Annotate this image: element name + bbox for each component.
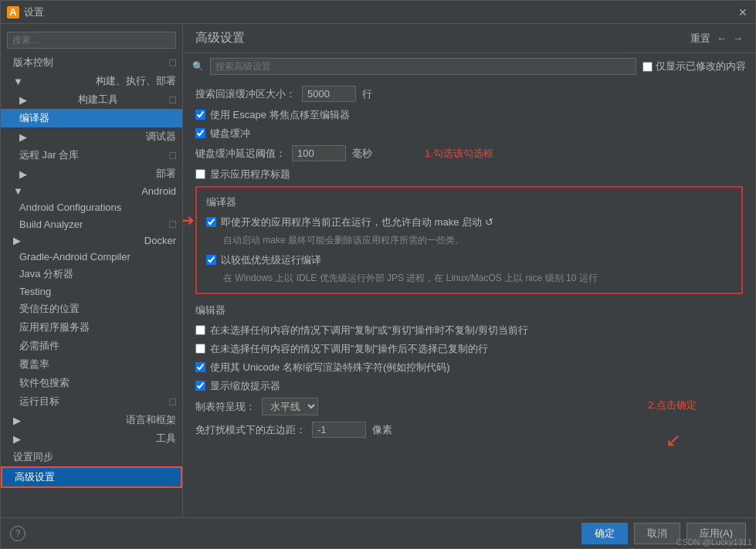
cancel-button[interactable]: 取消 bbox=[634, 523, 680, 544]
escape-label: 使用 Escape 将焦点移至编辑器 bbox=[210, 108, 350, 122]
sidebar-item-trusted-location[interactable]: 受信任的位置 bbox=[1, 300, 182, 318]
sidebar-item-advanced[interactable]: 高级设置 bbox=[1, 466, 182, 488]
key-buffer-checkbox[interactable] bbox=[195, 128, 205, 138]
sidebar-item-package-search[interactable]: 软件包搜索 bbox=[1, 374, 182, 392]
reset-button[interactable]: 重置 bbox=[690, 32, 710, 46]
external-icon3: □ bbox=[170, 149, 176, 161]
sidebar-item-tools[interactable]: ▶ 工具 bbox=[1, 429, 182, 448]
dialog-title: 设置 bbox=[24, 5, 44, 19]
app-icon: A bbox=[7, 6, 19, 19]
left-margin-unit: 像素 bbox=[372, 423, 392, 437]
left-margin-label: 免打扰模式下的左边距： bbox=[195, 423, 306, 437]
auto-make-checkbox[interactable] bbox=[206, 217, 216, 227]
key-buffer-delay-input[interactable] bbox=[292, 145, 346, 161]
footer-help: ? bbox=[10, 526, 25, 541]
content-area: 版本控制 □ ▼ 构建、执行、部署 ▶ 构建工具 □ 编译器 ▶ 调试器 远程 … bbox=[1, 24, 755, 517]
no-copy-checkbox[interactable] bbox=[195, 325, 205, 335]
sidebar-item-remote-jar[interactable]: 远程 Jar 合库 □ bbox=[1, 146, 182, 164]
only-modified-checkbox[interactable] bbox=[642, 62, 653, 72]
key-buffer-label: 键盘缓冲 bbox=[210, 127, 250, 141]
compiler-section-title: 编译器 bbox=[206, 195, 732, 209]
sidebar-item-run-target[interactable]: 运行目标 □ bbox=[1, 392, 182, 411]
sidebar-item-lang-framework[interactable]: ▶ 语言和框架 bbox=[1, 411, 182, 429]
editor-section: 编辑器 在未选择任何内容的情况下调用"复制"或"剪切"操作时不复制/剪切当前行 … bbox=[195, 303, 743, 438]
settings-content: 搜索回滚缓冲区大小： 行 使用 Escape 将焦点移至编辑器 键盘缓冲 键盘缓… bbox=[183, 80, 755, 517]
sidebar-item-compiler[interactable]: 编译器 bbox=[1, 109, 182, 127]
main-header: 高级设置 重置 ← → bbox=[183, 24, 755, 53]
sidebar-item-build-exec-deploy[interactable]: ▼ 构建、执行、部署 bbox=[1, 72, 182, 90]
show-zoom-checkbox[interactable] bbox=[195, 381, 205, 391]
sidebar-item-testing[interactable]: Testing bbox=[1, 283, 182, 300]
no-copy-after-row: 在未选择任何内容的情况下调用"复制"操作后不选择已复制的行 bbox=[195, 342, 743, 356]
low-priority-row: 以较低优先级运行编译 bbox=[206, 253, 732, 267]
sidebar-item-android[interactable]: ▼ Android bbox=[1, 183, 182, 199]
annotation-arrow-2: ↙ bbox=[666, 429, 681, 451]
no-copy-after-label: 在未选择任何内容的情况下调用"复制"操作后不选择已复制的行 bbox=[210, 342, 488, 356]
annotation-arrow-1: ➔ bbox=[183, 211, 195, 229]
external-icon4: □ bbox=[170, 218, 176, 230]
left-margin-row: 免打扰模式下的左边距： 像素 2.点击确定 ↙ bbox=[195, 422, 743, 438]
watermark: CSDN @Lucky1311 bbox=[676, 537, 752, 547]
key-buffer-delay-row: 键盘缓冲延迟阈值： 毫秒 1.勾选该勾选框 bbox=[195, 145, 743, 161]
key-buffer-delay-label: 键盘缓冲延迟阈值： bbox=[195, 147, 286, 161]
footer-bar: ? 确定 取消 应用(A) bbox=[1, 517, 755, 548]
buffer-size-row: 搜索回滚缓冲区大小： 行 bbox=[195, 86, 743, 102]
sidebar: 版本控制 □ ▼ 构建、执行、部署 ▶ 构建工具 □ 编译器 ▶ 调试器 远程 … bbox=[1, 24, 183, 517]
low-priority-checkbox[interactable] bbox=[206, 255, 216, 265]
panel-title: 高级设置 bbox=[195, 30, 245, 46]
advanced-search-bar: 🔍 仅显示已修改的内容 bbox=[183, 53, 755, 80]
no-copy-after-checkbox[interactable] bbox=[195, 344, 205, 354]
buffer-size-label: 搜索回滚缓冲区大小： bbox=[195, 87, 296, 101]
tab-render-select[interactable]: 水平线 竖线 无 bbox=[262, 398, 318, 415]
key-buffer-delay-unit: 毫秒 bbox=[352, 147, 372, 161]
main-panel: 高级设置 重置 ← → 🔍 仅显示已修改的内容 搜索回滚缓冲区大小： bbox=[183, 24, 755, 517]
buffer-size-input[interactable] bbox=[302, 86, 356, 102]
advanced-search-input[interactable] bbox=[210, 58, 636, 75]
show-zoom-label: 显示缩放提示器 bbox=[210, 379, 280, 393]
show-title-label: 显示应用程序标题 bbox=[210, 168, 290, 181]
sidebar-item-build-tools[interactable]: ▶ 构建工具 □ bbox=[1, 90, 182, 109]
auto-make-row: 即使开发的应用程序当前正在运行，也允许自动 make 启动 ↺ bbox=[206, 215, 732, 229]
key-buffer-row: 键盘缓冲 bbox=[195, 127, 743, 141]
sidebar-search-input[interactable] bbox=[7, 32, 176, 49]
close-button[interactable]: ✕ bbox=[737, 6, 749, 19]
low-priority-subtext: 在 Windows 上以 IDLE 优先级运行外部 JPS 进程，在 Linux… bbox=[223, 272, 732, 285]
sidebar-item-deploy[interactable]: ▶ 部署 bbox=[1, 164, 182, 183]
sidebar-item-debugger[interactable]: ▶ 调试器 bbox=[1, 127, 182, 146]
sidebar-item-required-plugins[interactable]: 必需插件 bbox=[1, 337, 182, 355]
unicode-label: 使用其 Unicode 名称缩写渲染特殊字符(例如控制代码) bbox=[210, 361, 450, 374]
buffer-size-unit: 行 bbox=[362, 87, 372, 101]
back-button[interactable]: ← bbox=[717, 32, 727, 44]
show-title-checkbox[interactable] bbox=[195, 169, 205, 179]
sidebar-search-box bbox=[1, 27, 182, 53]
search-icon: 🔍 bbox=[192, 61, 204, 72]
sidebar-item-android-config[interactable]: Android Configurations bbox=[1, 199, 182, 215]
title-bar: A 设置 ✕ bbox=[1, 1, 755, 24]
section-arrow-icon: ▼ bbox=[13, 76, 23, 87]
sidebar-item-coverage[interactable]: 覆盖率 bbox=[1, 355, 182, 374]
sidebar-item-version-control[interactable]: 版本控制 □ bbox=[1, 53, 182, 72]
only-modified-label: 仅显示已修改的内容 bbox=[656, 59, 746, 73]
low-priority-label: 以较低优先级运行编译 bbox=[221, 253, 321, 267]
editor-section-title: 编辑器 bbox=[195, 303, 743, 317]
help-button[interactable]: ? bbox=[10, 526, 25, 541]
tab-render-label: 制表符呈现： bbox=[195, 400, 256, 414]
sidebar-item-java-analyzer[interactable]: Java 分析器 bbox=[1, 265, 182, 283]
title-bar-left: A 设置 bbox=[7, 5, 44, 19]
left-margin-input[interactable] bbox=[312, 422, 366, 438]
sidebar-item-settings-sync[interactable]: 设置同步 bbox=[1, 448, 182, 466]
ok-button[interactable]: 确定 bbox=[581, 523, 628, 544]
auto-make-subtext: 自动启动 make 最终可能会删除该应用程序所需的一些类。 bbox=[223, 234, 732, 247]
escape-checkbox[interactable] bbox=[195, 110, 205, 120]
compiler-section: ➔ 编译器 即使开发的应用程序当前正在运行，也允许自动 make 启动 ↺ 自动… bbox=[195, 186, 743, 294]
sidebar-item-docker[interactable]: ▶ Docker bbox=[1, 232, 182, 249]
unicode-checkbox[interactable] bbox=[195, 362, 205, 372]
show-zoom-row: 显示缩放提示器 bbox=[195, 379, 743, 393]
header-actions: 重置 ← → bbox=[690, 32, 743, 46]
sidebar-item-app-server[interactable]: 应用程序服务器 bbox=[1, 318, 182, 337]
sidebar-item-build-analyzer[interactable]: Build Analyzer □ bbox=[1, 215, 182, 232]
external-icon: □ bbox=[170, 56, 176, 69]
annotation-2: 2.点击确定 bbox=[648, 398, 697, 412]
forward-button[interactable]: → bbox=[733, 32, 743, 44]
sidebar-item-gradle-android[interactable]: Gradle-Android Compiler bbox=[1, 249, 182, 265]
